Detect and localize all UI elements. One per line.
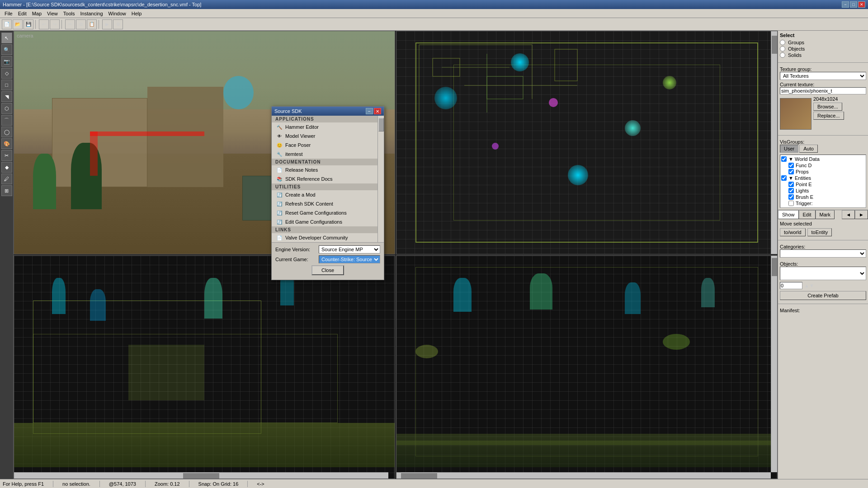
modal-minimize[interactable]: −	[366, 108, 373, 114]
pointe-checkbox[interactable]	[788, 182, 794, 187]
texture-section: Texture group: All Textures Current text…	[778, 65, 868, 133]
mark-tab[interactable]: Mark	[816, 210, 835, 219]
menu-item-instancing[interactable]: Instancing	[77, 10, 105, 17]
browse-button[interactable]: Browse...	[813, 103, 842, 111]
itemtest-item[interactable]: 🔧 itemtest	[272, 150, 384, 159]
texture-group-select[interactable]: All Textures	[780, 72, 866, 80]
arrow-right[interactable]: ►	[855, 210, 868, 219]
hammer-editor-item[interactable]: 🔨 Hammer Editor	[272, 122, 384, 131]
modal-title: Source SDK	[274, 108, 302, 114]
edit-tab[interactable]: Edit	[799, 210, 816, 219]
block-tool[interactable]: □	[1, 80, 12, 90]
menu-item-window[interactable]: Window	[106, 10, 129, 17]
divider-3	[778, 240, 868, 240]
sdk-reference-item[interactable]: 📚 SDK Reference Docs	[272, 174, 384, 183]
modal-close-button[interactable]: Close	[311, 265, 344, 275]
objects-select[interactable]	[780, 267, 866, 280]
run-button[interactable]: ⚙	[113, 19, 123, 29]
sdk-reference-icon: 📚	[276, 176, 283, 182]
show-tab[interactable]: Show	[778, 210, 799, 219]
create-prefab-button[interactable]: Create Prefab	[780, 291, 866, 300]
hammer-editor-label: Hammer Editor	[285, 124, 319, 130]
overlay-tool[interactable]: ⊞	[1, 185, 12, 196]
coord-input[interactable]	[780, 282, 802, 289]
release-notes-item[interactable]: 📄 Release Notes	[272, 165, 384, 174]
tree-trigger: Trigger:	[781, 200, 865, 206]
wedge-tool[interactable]: ◥	[1, 91, 12, 102]
menu-item-file[interactable]: File	[2, 10, 15, 17]
categories-select[interactable]	[780, 249, 866, 258]
create-mod-item[interactable]: 🔄 Create a Mod	[272, 190, 384, 199]
close-button[interactable]: ✕	[858, 1, 865, 8]
magnify-tool[interactable]: 🔍	[1, 44, 12, 55]
menu-item-edit[interactable]: Edit	[15, 10, 29, 17]
paste-button[interactable]: 📋	[87, 19, 97, 29]
cylinder-tool[interactable]: ⬡	[1, 103, 12, 114]
camera-tool[interactable]: 📷	[1, 56, 12, 67]
menu-item-help[interactable]: Help	[129, 10, 145, 17]
undo-button[interactable]: ↩	[39, 19, 49, 29]
user-tab[interactable]: User	[780, 145, 798, 153]
open-button[interactable]: 📂	[13, 19, 23, 29]
path-tool[interactable]: 🖊	[1, 174, 12, 184]
funcd-checkbox[interactable]	[788, 163, 794, 168]
refresh-sdk-icon: 🔄	[276, 201, 283, 207]
compile-button[interactable]: ▶	[102, 19, 112, 29]
status-divider-5	[247, 481, 248, 487]
valve-dev-item[interactable]: 📄 Valve Developer Community	[272, 233, 384, 242]
current-texture-input[interactable]	[780, 87, 866, 94]
status-divider-4	[189, 481, 189, 487]
world-data-checkbox[interactable]	[781, 156, 787, 162]
menu-item-view[interactable]: View	[44, 10, 61, 17]
texture-size: 2048x1024	[813, 96, 844, 102]
lights-checkbox[interactable]	[788, 188, 794, 193]
trigger-checkbox[interactable]	[788, 201, 794, 206]
copy-button[interactable]: ⧉	[76, 19, 86, 29]
maximize-button[interactable]: □	[850, 1, 857, 8]
arch-tool[interactable]: ⌒	[1, 115, 12, 126]
viewport-top[interactable]	[396, 31, 778, 254]
vertex-tool[interactable]: ◆	[1, 162, 12, 173]
save-button[interactable]: 💾	[24, 19, 33, 29]
sdk-modal[interactable]: Source SDK − ✕ APPLICATIONS 🔨 Hammer Edi…	[271, 106, 384, 280]
texture-tool[interactable]: 🎨	[1, 138, 12, 149]
model-viewer-item[interactable]: 👁 Model Viewer	[272, 131, 384, 141]
groups-radio[interactable]	[780, 40, 785, 45]
reset-configs-item[interactable]: 🔄 Reset Game Configurations	[272, 208, 384, 217]
current-game-select[interactable]: Counter-Strike: Source	[319, 255, 380, 263]
viewport-front[interactable]	[14, 255, 395, 479]
clipping-tool[interactable]: ✂	[1, 150, 12, 161]
edit-configs-item[interactable]: 🔄 Edit Game Configurations	[272, 217, 384, 226]
modal-scrollbar[interactable]	[377, 116, 384, 242]
arrow-left[interactable]: ◄	[842, 210, 855, 219]
engine-version-select[interactable]: Source Engine MP	[319, 245, 380, 253]
refresh-sdk-item[interactable]: 🔄 Refresh SDK Content	[272, 199, 384, 208]
viewport-side[interactable]	[396, 255, 778, 479]
solids-radio[interactable]	[780, 52, 785, 58]
face-poser-item[interactable]: 😊 Face Poser	[272, 141, 384, 150]
replace-button[interactable]: Replace...	[813, 112, 844, 120]
modal-close[interactable]: ✕	[374, 108, 381, 114]
viewport-3d-label: camera	[17, 33, 33, 38]
to-entity-button[interactable]: toEntity	[807, 228, 832, 236]
menu-item-map[interactable]: Map	[29, 10, 44, 17]
categories-section: Categories:	[778, 242, 868, 259]
entities-checkbox[interactable]	[781, 175, 787, 181]
menu-item-tools[interactable]: Tools	[61, 10, 78, 17]
create-mod-label: Create a Mod	[285, 192, 316, 197]
objects-section-label: Objects:	[780, 261, 866, 267]
divider-2	[778, 135, 868, 136]
cut-button[interactable]: ✂	[65, 19, 75, 29]
minimize-button[interactable]: −	[842, 1, 849, 8]
entity-tool[interactable]: ◇	[1, 68, 12, 79]
to-world-button[interactable]: to/world	[780, 228, 806, 236]
select-tool[interactable]: ↖	[1, 33, 12, 43]
toolbar-separator-3	[99, 20, 100, 29]
props-checkbox[interactable]	[788, 169, 794, 174]
redo-button[interactable]: ↪	[50, 19, 60, 29]
new-button[interactable]: 📄	[2, 19, 12, 29]
objects-radio[interactable]	[780, 46, 785, 52]
brushe-checkbox[interactable]	[788, 194, 794, 200]
sphere-tool[interactable]: ◯	[1, 127, 12, 137]
auto-tab[interactable]: Auto	[799, 145, 818, 153]
